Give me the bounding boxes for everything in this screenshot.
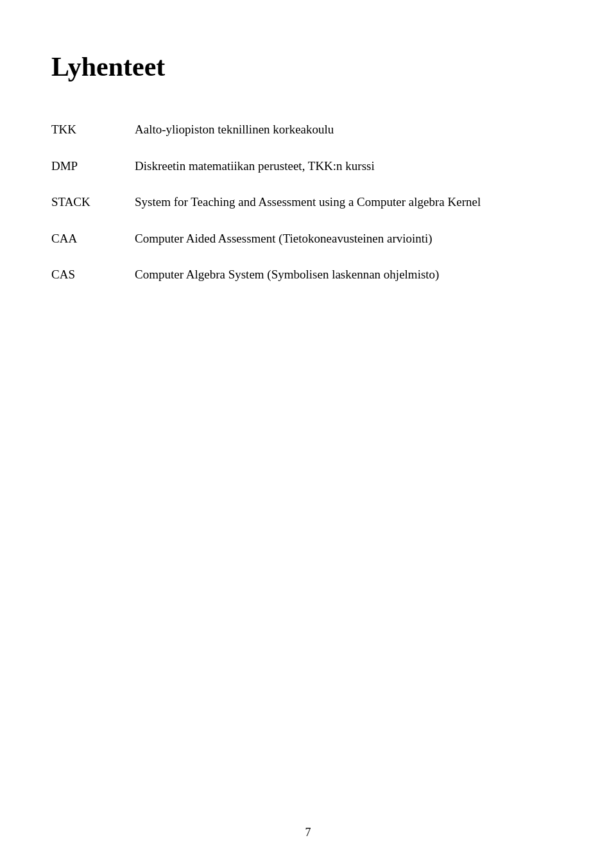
abbr-term: DMP: [51, 157, 135, 194]
abbr-definition: System for Teaching and Assessment using…: [135, 193, 565, 230]
abbr-definition: Aalto-yliopiston teknillinen korkeakoulu: [135, 121, 565, 157]
abbr-term: STACK: [51, 193, 135, 230]
page-number: 7: [0, 826, 616, 839]
page-title: Lyhenteet: [51, 51, 565, 82]
abbr-term: CAS: [51, 266, 135, 302]
abbr-definition: Diskreetin matematiikan perusteet, TKK:n…: [135, 157, 565, 194]
page: Lyhenteet TKK Aalto-yliopiston teknillin…: [0, 0, 616, 865]
abbr-term: CAA: [51, 230, 135, 266]
abbr-term: TKK: [51, 121, 135, 157]
table-row: CAA Computer Aided Assessment (Tietokone…: [51, 230, 565, 266]
abbreviations-table: TKK Aalto-yliopiston teknillinen korkeak…: [51, 121, 565, 302]
table-row: DMP Diskreetin matematiikan perusteet, T…: [51, 157, 565, 194]
table-row: TKK Aalto-yliopiston teknillinen korkeak…: [51, 121, 565, 157]
abbr-definition: Computer Aided Assessment (Tietokoneavus…: [135, 230, 565, 266]
abbr-definition: Computer Algebra System (Symbolisen lask…: [135, 266, 565, 302]
table-row: STACK System for Teaching and Assessment…: [51, 193, 565, 230]
table-row: CAS Computer Algebra System (Symbolisen …: [51, 266, 565, 302]
